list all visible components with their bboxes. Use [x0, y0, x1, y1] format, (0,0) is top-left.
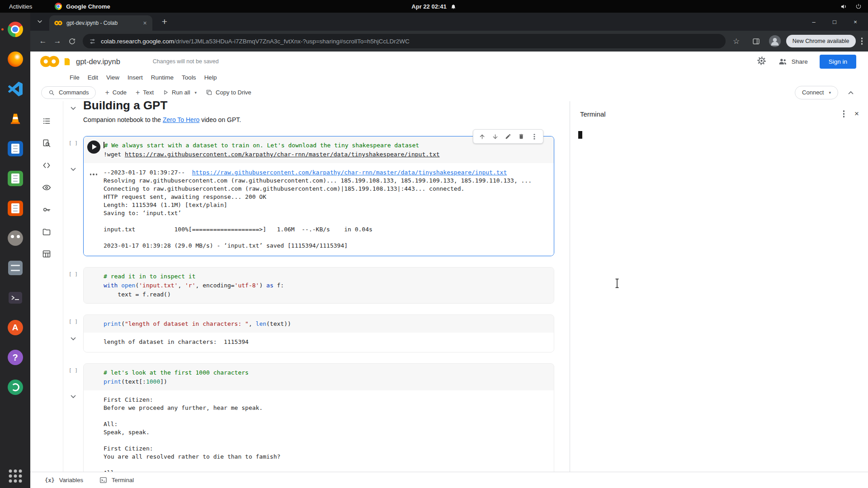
- run-all-button[interactable]: Run all ▾: [163, 89, 197, 96]
- impress-dock-icon[interactable]: [5, 198, 26, 219]
- browser-tab[interactable]: gpt-dev.ipynb - Colab ×: [49, 15, 152, 31]
- writer-dock-icon[interactable]: [5, 138, 26, 159]
- cell-exec-indicator[interactable]: [ ]: [63, 267, 83, 277]
- notebook-title[interactable]: gpt-dev.ipynb: [76, 57, 120, 66]
- notebook-cells-container[interactable]: Building a GPT Companion notebook to the…: [63, 101, 570, 472]
- help-dock-icon[interactable]: [5, 347, 26, 368]
- menu-insert[interactable]: Insert: [123, 74, 147, 81]
- zero-to-hero-link[interactable]: Zero To Hero: [163, 116, 199, 123]
- section-collapse-icon[interactable]: [63, 101, 83, 112]
- window-close-button[interactable]: ×: [852, 19, 859, 25]
- system-tray[interactable]: [840, 3, 862, 10]
- delete-cell-icon[interactable]: [516, 131, 527, 142]
- window-minimize-button[interactable]: –: [810, 19, 817, 25]
- more-cell-actions-icon[interactable]: [529, 131, 540, 142]
- menu-help[interactable]: Help: [200, 74, 221, 81]
- move-cell-down-icon[interactable]: [490, 131, 500, 142]
- code-editor[interactable]: # read it in to inspect itwith open('inp…: [84, 267, 554, 303]
- variable-inspector-icon[interactable]: [41, 182, 52, 193]
- gimp-dock-icon[interactable]: [5, 228, 26, 249]
- backups-dock-icon[interactable]: [5, 377, 26, 398]
- cell-exec-indicator[interactable]: [ ]: [63, 136, 83, 146]
- cell-frame[interactable]: print("length of dataset in characters: …: [83, 314, 554, 352]
- menu-runtime[interactable]: Runtime: [147, 74, 178, 81]
- commands-button[interactable]: Commands: [41, 86, 96, 99]
- cell-exec-indicator[interactable]: [ ]: [63, 314, 83, 324]
- move-cell-up-icon[interactable]: [476, 131, 487, 142]
- vlc-dock-icon[interactable]: [5, 108, 26, 129]
- code-link[interactable]: https://raw.githubusercontent.com/karpat…: [125, 151, 440, 158]
- collapse-header-icon[interactable]: [847, 89, 854, 96]
- back-button[interactable]: ←: [36, 34, 50, 48]
- cell-exec-indicator[interactable]: [ ]: [63, 363, 83, 373]
- cell-frame[interactable]: # let's look at the first 1000 character…: [83, 363, 554, 472]
- output-collapse-icon[interactable]: [63, 335, 83, 343]
- output-more-icon[interactable]: [89, 170, 98, 178]
- files-icon[interactable]: [41, 226, 52, 237]
- software-dock-icon[interactable]: [5, 317, 26, 338]
- forward-button[interactable]: →: [50, 34, 65, 48]
- code-editor[interactable]: # let's look at the first 1000 character…: [84, 364, 554, 390]
- profile-avatar[interactable]: [769, 35, 781, 47]
- connect-button[interactable]: Connect ▾: [795, 86, 838, 99]
- vscode-dock-icon[interactable]: [5, 79, 26, 99]
- window-maximize-button[interactable]: □: [831, 19, 838, 25]
- site-settings-icon[interactable]: [89, 38, 96, 45]
- reload-button[interactable]: [65, 34, 79, 48]
- share-button[interactable]: Share: [778, 57, 808, 66]
- terminal-close-icon[interactable]: ×: [854, 109, 859, 118]
- output-collapse-icon[interactable]: [63, 393, 83, 400]
- settings-gear-icon[interactable]: [757, 56, 766, 67]
- show-applications-button[interactable]: [9, 469, 22, 483]
- code-text[interactable]: # let's look at the first 1000 character…: [104, 368, 550, 386]
- firefox-dock-icon[interactable]: [5, 49, 26, 70]
- focused-app-indicator[interactable]: Google Chrome: [55, 3, 110, 10]
- variables-button[interactable]: {x} Variables: [45, 477, 83, 483]
- code-text[interactable]: # read it in to inspect itwith open('inp…: [104, 272, 550, 299]
- menu-tools[interactable]: Tools: [178, 74, 200, 81]
- copy-to-drive-button[interactable]: Copy to Drive: [206, 89, 251, 96]
- calc-dock-icon[interactable]: [5, 168, 26, 189]
- chrome-update-chip[interactable]: New Chrome available: [786, 35, 856, 47]
- menu-file[interactable]: File: [66, 74, 84, 81]
- terminal-menu-icon[interactable]: [843, 109, 845, 119]
- clock-menu[interactable]: Apr 22 02:41: [411, 3, 456, 10]
- edit-cell-icon[interactable]: [503, 131, 514, 142]
- output-link[interactable]: https://raw.githubusercontent.com/karpat…: [192, 169, 507, 176]
- chrome-dock-icon[interactable]: [5, 19, 26, 40]
- add-text-button[interactable]: +Text: [136, 89, 154, 97]
- bookmark-star-icon[interactable]: ☆: [729, 34, 744, 48]
- terminal-dock-icon[interactable]: [5, 287, 26, 308]
- code-editor[interactable]: print("length of dataset in characters: …: [84, 315, 554, 333]
- code-snippets-icon[interactable]: [41, 160, 52, 171]
- terminal-body[interactable]: [570, 124, 868, 472]
- sign-in-button[interactable]: Sign in: [820, 55, 856, 69]
- find-replace-icon[interactable]: [41, 138, 52, 149]
- menu-edit[interactable]: Edit: [84, 74, 102, 81]
- notebook-cell: [ ]# let's look at the first 1000 charac…: [63, 363, 554, 472]
- add-code-button[interactable]: +Code: [105, 89, 126, 97]
- cell-output: --2023-01-17 01:39:27-- https://raw.gith…: [84, 163, 554, 256]
- code-text[interactable]: print("length of dataset in characters: …: [104, 319, 550, 328]
- browser-menu-icon[interactable]: [861, 37, 863, 46]
- menu-view[interactable]: View: [102, 74, 123, 81]
- output-collapse-icon[interactable]: [63, 166, 83, 173]
- colab-logo[interactable]: [40, 56, 59, 67]
- table-icon[interactable]: [41, 249, 52, 259]
- url-field[interactable]: colab.research.google.com/drive/1JMLa53H…: [83, 34, 726, 48]
- new-tab-button[interactable]: +: [159, 16, 170, 27]
- tab-close-icon[interactable]: ×: [141, 19, 149, 27]
- tab-search-chevron-icon[interactable]: [34, 19, 46, 25]
- main-content: Building a GPT Companion notebook to the…: [30, 101, 868, 472]
- run-cell-button[interactable]: [87, 141, 100, 154]
- output-text: First Citizen:Before we proceed any furt…: [104, 396, 550, 472]
- side-panel-icon[interactable]: [749, 34, 764, 48]
- notebook-cell: [ ]# We always start with a dataset to t…: [63, 136, 554, 256]
- secrets-icon[interactable]: [41, 204, 52, 215]
- files-dock-icon[interactable]: [5, 258, 26, 278]
- cell-frame[interactable]: # We always start with a dataset to trai…: [83, 136, 554, 256]
- terminal-button[interactable]: Terminal: [99, 476, 134, 484]
- toc-icon[interactable]: [41, 116, 52, 127]
- activities-button[interactable]: Activities: [6, 3, 35, 10]
- cell-frame[interactable]: # read it in to inspect itwith open('inp…: [83, 267, 554, 304]
